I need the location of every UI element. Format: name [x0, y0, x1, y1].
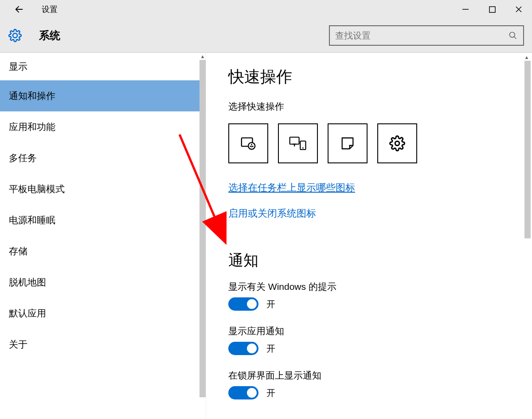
sidebar-item-label: 平板电脑模式 — [9, 183, 65, 195]
settings-gear-icon — [389, 135, 405, 151]
svg-point-12 — [395, 141, 399, 146]
toggle-switch[interactable] — [228, 342, 258, 355]
titlebar: 设置 — [0, 0, 532, 19]
content-pane: ▲ 快速操作 选择快速操作 — [206, 53, 532, 419]
sidebar-item-label: 关于 — [9, 338, 27, 351]
maximize-icon — [489, 6, 496, 13]
svg-point-5 — [248, 142, 255, 149]
quick-tile-tablet[interactable] — [228, 123, 268, 163]
toggle-lockscreen-notifications: 在锁屏界面上显示通知 开 — [228, 369, 532, 399]
back-arrow-icon — [14, 4, 24, 14]
toggle-label: 显示应用通知 — [228, 325, 532, 337]
sidebar-item-label: 通知和操作 — [9, 90, 55, 102]
sidebar-item-power[interactable]: 电源和睡眠 — [0, 205, 206, 236]
scroll-up-icon[interactable]: ▲ — [524, 55, 530, 61]
svg-rect-1 — [489, 7, 495, 12]
scrollbar-thumb[interactable] — [200, 60, 206, 397]
maximize-button[interactable] — [479, 0, 505, 19]
minimize-button[interactable] — [452, 0, 479, 19]
back-button[interactable] — [11, 1, 27, 18]
search-field[interactable] — [329, 25, 524, 46]
toggle-state: 开 — [266, 343, 275, 355]
header-bar: 系统 — [0, 19, 532, 53]
window-title: 设置 — [42, 4, 58, 15]
sidebar: ▲ 显示 通知和操作 应用和功能 多任务 平板电脑模式 电源和睡眠 存储 脱机地… — [0, 53, 206, 419]
sidebar-item-maps[interactable]: 脱机地图 — [0, 267, 206, 298]
sidebar-item-about[interactable]: 关于 — [0, 329, 206, 360]
sidebar-item-label: 默认应用 — [9, 307, 46, 320]
scrollbar-thumb[interactable] — [524, 61, 531, 238]
close-icon — [515, 6, 522, 13]
notifications-heading: 通知 — [228, 250, 532, 271]
quick-tile-note[interactable] — [328, 123, 368, 163]
project-icon — [289, 135, 307, 152]
toggle-switch[interactable] — [228, 386, 258, 399]
toggle-label: 在锁屏界面上显示通知 — [228, 369, 532, 382]
svg-rect-7 — [290, 137, 299, 144]
toggle-state: 开 — [266, 298, 275, 310]
sidebar-item-default-apps[interactable]: 默认应用 — [0, 298, 206, 329]
quick-tile-project[interactable] — [278, 123, 318, 163]
sidebar-item-label: 应用和功能 — [9, 121, 55, 133]
toggle-windows-tips: 显示有关 Windows 的提示 开 — [228, 281, 532, 311]
link-taskbar-icons[interactable]: 选择在任务栏上显示哪些图标 — [228, 181, 355, 194]
svg-point-2 — [510, 32, 515, 38]
quick-actions-heading: 快速操作 — [228, 66, 532, 88]
toggle-state: 开 — [266, 387, 275, 399]
quick-tile-settings[interactable] — [377, 123, 417, 163]
search-input[interactable] — [334, 30, 507, 41]
note-icon — [340, 136, 355, 151]
toggle-switch[interactable] — [228, 297, 258, 311]
svg-point-11 — [302, 147, 304, 149]
sidebar-item-label: 电源和睡眠 — [9, 214, 55, 226]
sidebar-item-display[interactable]: 显示 — [0, 53, 206, 80]
sidebar-item-notifications[interactable]: 通知和操作 — [0, 80, 206, 111]
sidebar-item-tablet[interactable]: 平板电脑模式 — [0, 174, 206, 205]
quick-action-tiles — [228, 123, 532, 163]
page-category-title: 系统 — [39, 28, 60, 43]
scroll-up-icon[interactable]: ▲ — [200, 54, 206, 60]
sidebar-item-apps[interactable]: 应用和功能 — [0, 111, 206, 142]
window-controls — [452, 0, 532, 19]
sidebar-item-label: 显示 — [9, 60, 27, 73]
svg-line-3 — [514, 37, 516, 39]
link-system-icons[interactable]: 启用或关闭系统图标 — [228, 207, 316, 220]
gear-icon — [8, 28, 22, 43]
search-icon — [507, 31, 519, 40]
minimize-icon — [462, 6, 469, 13]
toggle-label: 显示有关 Windows 的提示 — [228, 281, 532, 293]
sidebar-item-label: 存储 — [9, 245, 27, 257]
sidebar-item-storage[interactable]: 存储 — [0, 236, 206, 267]
close-button[interactable] — [505, 0, 532, 19]
tablet-icon — [240, 135, 257, 152]
sidebar-item-multitask[interactable]: 多任务 — [0, 142, 206, 174]
toggle-app-notifications: 显示应用通知 开 — [228, 325, 532, 355]
sidebar-item-label: 多任务 — [9, 152, 37, 164]
sidebar-item-label: 脱机地图 — [9, 276, 46, 289]
quick-actions-subhead: 选择快速操作 — [228, 100, 532, 113]
